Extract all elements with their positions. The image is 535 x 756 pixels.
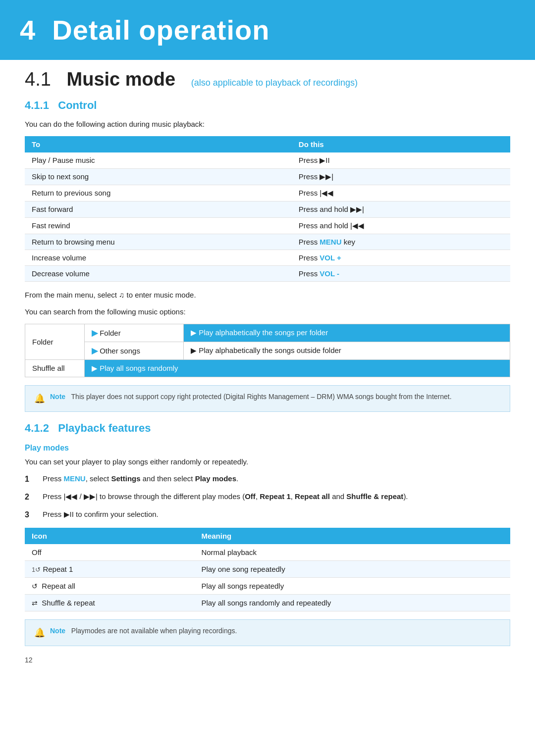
chapter-header: 4 Detail operation bbox=[0, 0, 535, 60]
music-options-row-shuffle: Shuffle all ▶ Play all songs randomly bbox=[25, 359, 510, 377]
table-cell-to: Increase volume bbox=[25, 250, 292, 265]
meaning-cell-repeatall: Play all songs repeatedly bbox=[194, 578, 510, 595]
play-modes-title: Play modes bbox=[25, 444, 510, 453]
meaning-header: Meaning bbox=[194, 528, 510, 544]
music-options-table: Folder ▶ Folder ▶ Play alphabetically th… bbox=[25, 324, 510, 377]
table-cell-do: Press |◀◀ bbox=[292, 185, 510, 201]
table-cell-to: Return to previous song bbox=[25, 185, 292, 201]
meaning-cell-repeat1: Play one song repeatedly bbox=[194, 561, 510, 578]
arrow-icon: ▶ bbox=[92, 329, 98, 337]
icon-row-shuffle: ⇄ Shuffle & repeat Play all songs random… bbox=[25, 595, 510, 611]
other-songs-description: ▶ Play alphabetically the songs outside … bbox=[184, 342, 510, 359]
shuffle-description: ▶ Play all songs randomly bbox=[85, 359, 510, 377]
menu-key-label: MENU bbox=[320, 238, 341, 246]
folder-option: ▶ Folder bbox=[85, 324, 184, 342]
vol-plus-label: VOL + bbox=[320, 253, 341, 262]
other-songs-option: ▶ Other songs bbox=[85, 342, 184, 359]
page-number: 12 bbox=[25, 656, 510, 664]
music-options-row-other: ▶ Other songs ▶ Play alphabetically the … bbox=[25, 342, 510, 359]
subsection-control-title: 4.1.1 Control bbox=[25, 99, 510, 112]
menu-ref-1: MENU bbox=[64, 474, 86, 483]
table-cell-do: Press and hold ▶▶| bbox=[292, 201, 510, 217]
step-1: 1 Press MENU, select Settings and then s… bbox=[25, 473, 510, 485]
icon-row-repeat1: 1↺ Repeat 1 Play one song repeatedly bbox=[25, 561, 510, 578]
table-cell-do: Press and hold |◀◀ bbox=[292, 217, 510, 234]
icon-header: Icon bbox=[25, 528, 194, 544]
chapter-title: 4 Detail operation bbox=[20, 14, 515, 46]
music-options-row-folder: Folder ▶ Folder ▶ Play alphabetically th… bbox=[25, 324, 510, 342]
search-text: You can search from the following music … bbox=[25, 306, 510, 318]
control-table-header-do: Do this bbox=[292, 136, 510, 152]
icon-cell-repeatall: ↺ Repeat all bbox=[25, 578, 194, 595]
icon-row-off: Off Normal playback bbox=[25, 544, 510, 561]
step-3: 3 Press ▶II to confirm your selection. bbox=[25, 509, 510, 521]
table-row: Fast forward Press and hold ▶▶| bbox=[25, 201, 510, 217]
icon-cell-off: Off bbox=[25, 544, 194, 561]
table-row: Return to previous song Press |◀◀ bbox=[25, 185, 510, 201]
control-intro: You can do the following action during m… bbox=[25, 119, 510, 130]
table-row: Skip to next song Press ▶▶| bbox=[25, 168, 510, 185]
table-cell-to: Decrease volume bbox=[25, 265, 292, 281]
meaning-cell-shuffle: Play all songs randomly and repeatedly bbox=[194, 595, 510, 611]
folder-label: Folder bbox=[25, 324, 85, 359]
section-title: 4.1 Music mode (also applicable to playb… bbox=[25, 69, 510, 90]
note-icon-2: 🔔 bbox=[34, 626, 45, 640]
arrow-icon: ▶ bbox=[92, 347, 98, 355]
play-modes-steps: 1 Press MENU, select Settings and then s… bbox=[25, 473, 510, 521]
table-cell-do: Press VOL - bbox=[292, 265, 510, 281]
control-table: To Do this Play / Pause music Press ▶II … bbox=[25, 136, 510, 282]
subsection-playback-title: 4.1.2 Playback features bbox=[25, 422, 510, 435]
note-content-2: Note Playmodes are not available when pl… bbox=[50, 626, 237, 636]
icon-table: Icon Meaning Off Normal playback 1↺ Repe… bbox=[25, 528, 510, 611]
table-row: Decrease volume Press VOL - bbox=[25, 265, 510, 281]
table-cell-do: Press VOL + bbox=[292, 250, 510, 265]
shuffle-label: Shuffle all bbox=[25, 359, 85, 377]
table-row: Return to browsing menu Press MENU key bbox=[25, 234, 510, 250]
icon-row-repeatall: ↺ Repeat all Play all songs repeatedly bbox=[25, 578, 510, 595]
table-cell-to: Fast forward bbox=[25, 201, 292, 217]
meaning-cell-off: Normal playback bbox=[194, 544, 510, 561]
table-cell-to: Play / Pause music bbox=[25, 152, 292, 169]
note-box-playmodes: 🔔 Note Playmodes are not available when … bbox=[25, 619, 510, 646]
table-row: Increase volume Press VOL + bbox=[25, 250, 510, 265]
play-modes-intro: You can set your player to play songs ei… bbox=[25, 456, 510, 468]
control-table-header-to: To bbox=[25, 136, 292, 152]
step-2: 2 Press |◀◀ / ▶▶| to browse through the … bbox=[25, 491, 510, 503]
icon-cell-repeat1: 1↺ Repeat 1 bbox=[25, 561, 194, 578]
table-cell-to: Skip to next song bbox=[25, 168, 292, 185]
table-cell-to: Return to browsing menu bbox=[25, 234, 292, 250]
table-cell-do: Press ▶▶| bbox=[292, 168, 510, 185]
table-cell-do: Press MENU key bbox=[292, 234, 510, 250]
note-box-drm: 🔔 Note This player does not support copy… bbox=[25, 385, 510, 412]
vol-minus-label: VOL - bbox=[320, 269, 339, 278]
note-icon: 🔔 bbox=[34, 392, 45, 405]
main-content: 4.1 Music mode (also applicable to playb… bbox=[0, 69, 535, 684]
table-cell-do: Press ▶II bbox=[292, 152, 510, 169]
icon-cell-shuffle: ⇄ Shuffle & repeat bbox=[25, 595, 194, 611]
table-row: Fast rewind Press and hold |◀◀ bbox=[25, 217, 510, 234]
table-cell-to: Fast rewind bbox=[25, 217, 292, 234]
after-table-text: From the main menu, select ♫ to enter mu… bbox=[25, 290, 510, 301]
note-content: Note This player does not support copy r… bbox=[50, 392, 452, 402]
folder-description: ▶ Play alphabetically the songs per fold… bbox=[184, 324, 510, 342]
table-row: Play / Pause music Press ▶II bbox=[25, 152, 510, 169]
